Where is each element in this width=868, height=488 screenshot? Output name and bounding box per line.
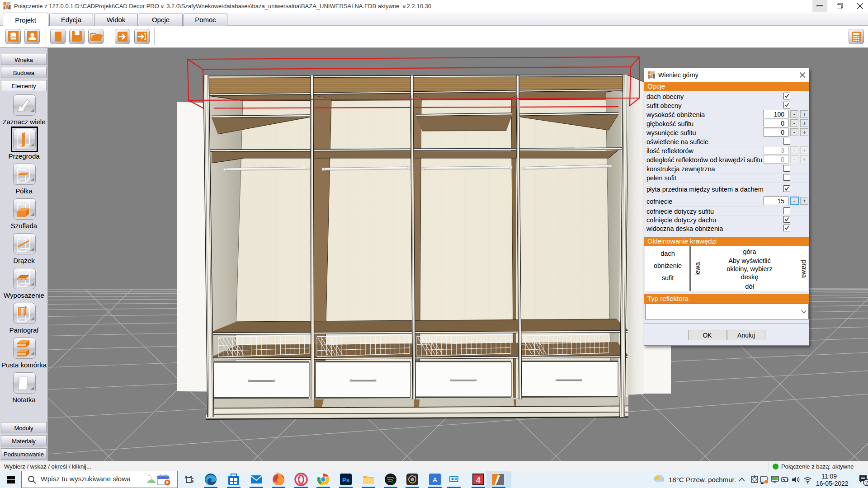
svg-text:4: 4 — [476, 476, 481, 484]
svg-text:A: A — [433, 476, 437, 483]
svg-text:Ps: Ps — [342, 477, 349, 483]
svg-text:2: 2 — [865, 480, 868, 485]
